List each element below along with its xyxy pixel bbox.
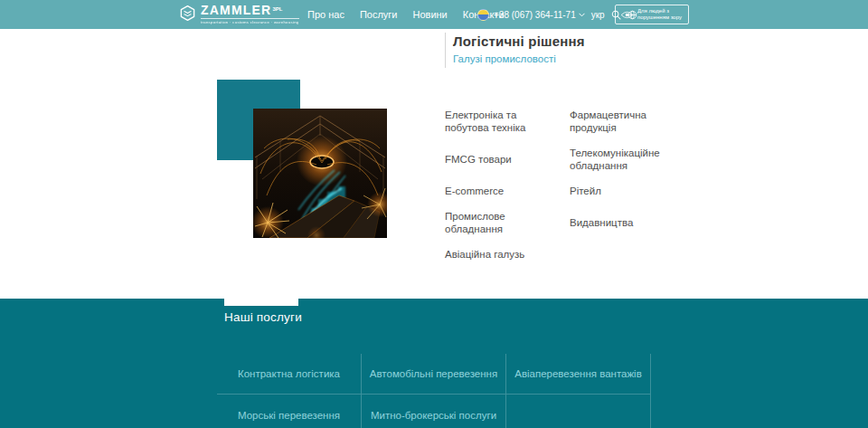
industry-link-ecommerce[interactable]: E-commerce bbox=[445, 185, 559, 197]
main-nav: Про нас Послуги Новини Контакти bbox=[307, 0, 505, 29]
industry-link-fmcg[interactable]: FMCG товари bbox=[445, 153, 559, 166]
logo-text: ZAMMLER 3PL transportation · customs cle… bbox=[201, 5, 299, 24]
industry-link-electronics[interactable]: Електроніка та побутова техніка bbox=[445, 109, 559, 134]
service-link-customs-broker[interactable]: Митно-брокерські послуги bbox=[371, 410, 496, 421]
industry-link-pharma[interactable]: Фармацевтична продукція bbox=[570, 109, 678, 134]
nav-services[interactable]: Послуги bbox=[360, 9, 398, 20]
service-link-sea-transport[interactable]: Морські перевезення bbox=[238, 410, 340, 421]
service-cell: Авіаперевезення вантажів bbox=[506, 354, 651, 395]
industries-breadcrumb-link[interactable]: Галузі промисловості bbox=[453, 53, 556, 64]
industries-list: Електроніка та побутова техніка Фармацев… bbox=[445, 109, 678, 261]
logo-tagline: transportation · customs clearance · war… bbox=[201, 18, 299, 24]
warehouse-lightpainting-photo bbox=[253, 109, 387, 238]
contact-group: +38 (067) 364-11-71 укр bbox=[477, 0, 637, 29]
eye-icon bbox=[620, 8, 634, 22]
logo-name: ZAMMLER bbox=[201, 5, 271, 16]
accessibility-button-label: Для людей з порушенням зору bbox=[637, 8, 682, 21]
nav-about[interactable]: Про нас bbox=[307, 9, 344, 20]
header: ZAMMLER 3PL transportation · customs cle… bbox=[0, 0, 868, 29]
accessibility-label-line1: Для людей з bbox=[637, 8, 682, 14]
white-notch-decor bbox=[224, 299, 298, 306]
phone-link[interactable]: +38 (067) 364-11-71 bbox=[494, 10, 576, 20]
service-cell: Морські перевезення bbox=[217, 395, 362, 428]
nav-news[interactable]: Новини bbox=[413, 9, 448, 20]
service-cell-empty bbox=[506, 395, 651, 428]
service-cell: Митно-брокерські послуги bbox=[362, 395, 506, 428]
logo[interactable]: ZAMMLER 3PL transportation · customs cle… bbox=[179, 5, 299, 24]
service-cell: Автомобільні перевезення bbox=[362, 354, 506, 395]
page: ZAMMLER 3PL transportation · customs cle… bbox=[0, 0, 868, 428]
service-cell: Контрактна логістика bbox=[217, 354, 362, 395]
services-title: Наші послуги bbox=[224, 310, 302, 324]
services-grid: Контрактна логістика Автомобільні переве… bbox=[217, 354, 651, 428]
service-link-contract-logistics[interactable]: Контрактна логістика bbox=[238, 368, 340, 379]
industry-link-telecom[interactable]: Телекомунікаційне обладнання bbox=[570, 147, 678, 172]
chevron-down-icon[interactable] bbox=[579, 13, 585, 17]
service-link-road-transport[interactable]: Автомобільні перевезення bbox=[370, 368, 497, 379]
accessibility-label-line2: порушенням зору bbox=[637, 14, 682, 21]
accessibility-button[interactable]: Для людей з порушенням зору bbox=[615, 5, 689, 24]
industry-link-aviation[interactable]: Авіаційна галузь bbox=[445, 248, 559, 261]
page-title: Логістичні рішення bbox=[453, 33, 585, 49]
industry-link-industrial[interactable]: Промислове обладнання bbox=[445, 210, 559, 235]
logo-sup: 3PL bbox=[272, 4, 282, 15]
service-link-air-freight[interactable]: Авіаперевезення вантажів bbox=[514, 368, 642, 379]
ukraine-flag-icon[interactable] bbox=[477, 9, 489, 21]
industry-link-publishing[interactable]: Видавництва bbox=[570, 216, 678, 229]
language-selector[interactable]: укр bbox=[591, 10, 605, 20]
services-section: Наші послуги Контрактна логістика Автомо… bbox=[0, 299, 868, 428]
industry-link-retail[interactable]: Рітейл bbox=[570, 185, 678, 197]
page-heading-block: Логістичні рішення Галузі промисловості bbox=[445, 33, 585, 68]
zammler-hexagon-logo-icon bbox=[179, 5, 196, 22]
